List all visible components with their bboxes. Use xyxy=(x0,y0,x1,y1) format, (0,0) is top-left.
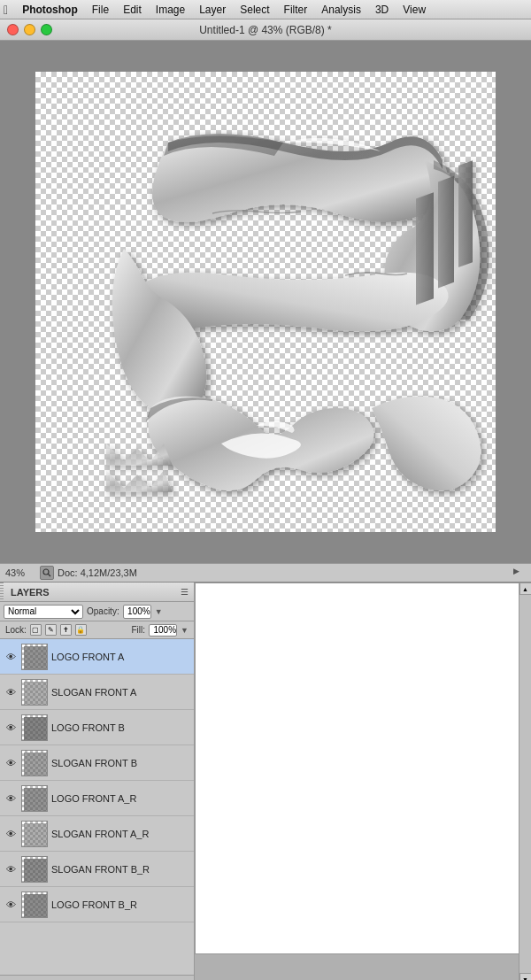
layer-eye-4[interactable]: 👁 xyxy=(4,791,18,806)
layer-thumb-7 xyxy=(21,891,48,918)
lock-all-icon[interactable]: 🔒 xyxy=(75,624,87,636)
title-bar: Untitled-1 @ 43% (RGB/8) * xyxy=(0,19,531,41)
layers-panel-title: LAYERS xyxy=(11,587,50,598)
layer-thumb-3 xyxy=(21,750,48,776)
layer-row-0[interactable]: 👁 LOGO FRONT A xyxy=(0,639,194,675)
layer-eye-0[interactable]: 👁 xyxy=(4,650,18,664)
layer-eye-2[interactable]: 👁 xyxy=(4,721,18,735)
svg-rect-0 xyxy=(416,192,434,305)
layer-eye-1[interactable]: 👁 xyxy=(4,685,18,699)
scrollbar-right[interactable]: ▲ ▼ ● xyxy=(519,583,531,980)
menu-file[interactable]: File xyxy=(85,2,116,18)
apple-menu[interactable]:  xyxy=(4,3,8,17)
menu-view[interactable]: View xyxy=(396,2,433,18)
layer-thumb-0 xyxy=(21,644,48,670)
opacity-input[interactable] xyxy=(123,605,151,619)
layer-eye-5[interactable]: 👁 xyxy=(4,827,18,841)
status-bar: 43% Doc: 4,12M/23,3M ▶ xyxy=(0,563,531,583)
canvas-area xyxy=(0,41,531,563)
svg-rect-2 xyxy=(458,160,473,267)
artwork-svg xyxy=(35,72,496,532)
lock-image-icon[interactable]: ✎ xyxy=(45,624,57,636)
layers-panel-area: LAYERS ☰ Normal Multiply Screen Overlay … xyxy=(0,583,531,980)
layer-eye-3[interactable]: 👁 xyxy=(4,756,18,770)
window-title: Untitled-1 @ 43% (RGB/8) * xyxy=(199,24,332,36)
menu-select[interactable]: Select xyxy=(233,2,276,18)
menu-analysis[interactable]: Analysis xyxy=(314,2,368,18)
photoshop-canvas[interactable] xyxy=(35,72,496,532)
layer-eye-6[interactable]: 👁 xyxy=(4,862,18,876)
opacity-label: Opacity: xyxy=(87,606,119,616)
layer-thumb-5 xyxy=(21,821,48,847)
menu-photoshop[interactable]: Photoshop xyxy=(15,2,85,18)
lock-transparent-icon[interactable]: ▢ xyxy=(30,624,42,636)
fill-arrow[interactable]: ▼ xyxy=(181,626,189,635)
menu-image[interactable]: Image xyxy=(149,2,192,18)
layer-name-3: SLOGAN FRONT B xyxy=(51,758,190,768)
zoom-icon[interactable] xyxy=(40,566,54,580)
layers-options-row: Normal Multiply Screen Overlay Opacity: … xyxy=(0,602,194,621)
layers-menu-icon[interactable]: ☰ xyxy=(181,587,189,597)
svg-point-3 xyxy=(43,569,49,575)
layer-row-5[interactable]: 👁 SLOGAN FRONT A_R xyxy=(0,816,194,852)
opacity-arrow[interactable]: ▼ xyxy=(155,607,163,616)
svg-line-4 xyxy=(49,575,51,577)
right-panel: ▲ ▼ ● xyxy=(195,583,531,980)
right-panel-content xyxy=(195,583,531,954)
layers-list: 👁 LOGO FRONT A 👁 SLOGAN FRONT A 👁 xyxy=(0,639,194,975)
scroll-down-button[interactable]: ▼ xyxy=(519,973,532,980)
layer-row-6[interactable]: 👁 SLOGAN FRONT B_R xyxy=(0,852,194,887)
layer-name-6: SLOGAN FRONT B_R xyxy=(51,864,190,875)
menu-layer[interactable]: Layer xyxy=(192,2,233,18)
blend-mode-select[interactable]: Normal Multiply Screen Overlay xyxy=(4,605,83,619)
menu-edit[interactable]: Edit xyxy=(116,2,149,18)
maximize-button[interactable] xyxy=(41,24,52,35)
info-arrow[interactable]: ▶ xyxy=(513,567,526,579)
document-info: Doc: 4,12M/23,3M xyxy=(58,567,513,578)
lock-label: Lock: xyxy=(5,625,27,635)
layer-row-4[interactable]: 👁 LOGO FRONT A_R xyxy=(0,781,194,816)
layer-name-2: LOGO FRONT B xyxy=(51,722,190,733)
layers-lock-row: Lock: ▢ ✎ ✝ 🔒 Fill: ▼ xyxy=(0,621,194,639)
layer-row-1[interactable]: 👁 SLOGAN FRONT A xyxy=(0,675,194,710)
layer-name-5: SLOGAN FRONT A_R xyxy=(51,829,190,839)
close-button[interactable] xyxy=(7,24,19,35)
layer-thumb-2 xyxy=(21,714,48,741)
menu-filter[interactable]: Filter xyxy=(277,2,315,18)
menu-3d[interactable]: 3D xyxy=(368,2,396,18)
scroll-up-button[interactable]: ▲ xyxy=(519,583,532,595)
lock-position-icon[interactable]: ✝ xyxy=(60,624,72,636)
layer-thumb-4 xyxy=(21,785,48,812)
layer-thumb-1 xyxy=(21,679,48,706)
layer-name-0: LOGO FRONT A xyxy=(51,652,190,662)
zoom-level: 43% xyxy=(5,567,36,578)
layer-thumb-6 xyxy=(21,856,48,883)
layers-panel-header: LAYERS ☰ xyxy=(0,583,194,602)
window-controls xyxy=(7,24,52,35)
layer-eye-7[interactable]: 👁 xyxy=(4,898,18,912)
layers-footer: fx xyxy=(0,975,194,980)
svg-rect-1 xyxy=(438,176,454,289)
layer-row-3[interactable]: 👁 SLOGAN FRONT B xyxy=(0,745,194,781)
layers-panel: LAYERS ☰ Normal Multiply Screen Overlay … xyxy=(0,583,195,980)
fill-label: Fill: xyxy=(132,625,146,635)
menu-bar:  Photoshop File Edit Image Layer Select… xyxy=(0,0,531,19)
layer-row-2[interactable]: 👁 LOGO FRONT B xyxy=(0,710,194,745)
layer-name-7: LOGO FRONT B_R xyxy=(51,899,190,910)
layer-row-7[interactable]: 👁 LOGO FRONT B_R xyxy=(0,887,194,922)
minimize-button[interactable] xyxy=(24,24,35,35)
fill-input[interactable] xyxy=(149,624,177,637)
layer-name-4: LOGO FRONT A_R xyxy=(51,793,190,804)
layer-name-1: SLOGAN FRONT A xyxy=(51,687,190,698)
